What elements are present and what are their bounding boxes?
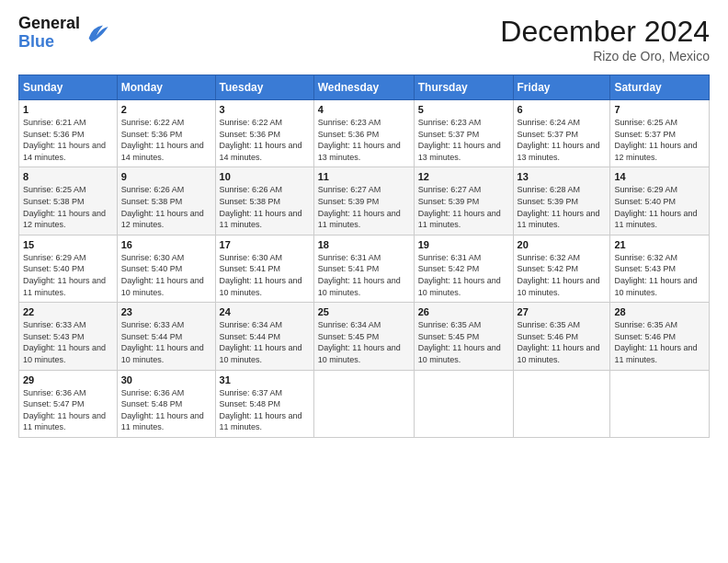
table-row: 11 Sunrise: 6:27 AM Sunset: 5:39 PM Dayl… [313,167,414,235]
sunrise-text: Sunrise: 6:26 AM [121,185,185,194]
day-info: Sunrise: 6:23 AM Sunset: 5:37 PM Dayligh… [418,117,509,163]
sunrise-text: Sunrise: 6:35 AM [418,320,482,329]
daylight-text: Daylight: 11 hours and 13 minutes. [518,141,600,162]
sunset-text: Sunset: 5:39 PM [418,197,480,206]
daylight-text: Daylight: 11 hours and 11 minutes. [220,209,302,230]
day-info: Sunrise: 6:29 AM Sunset: 5:40 PM Dayligh… [614,184,705,230]
daylight-text: Daylight: 11 hours and 14 minutes. [23,141,106,162]
logo-bird-icon [84,20,109,46]
daylight-text: Daylight: 11 hours and 11 minutes. [23,411,106,432]
day-info: Sunrise: 6:36 AM Sunset: 5:48 PM Dayligh… [121,387,211,433]
table-row: 31 Sunrise: 6:37 AM Sunset: 5:48 PM Dayl… [215,370,313,437]
sunrise-text: Sunrise: 6:30 AM [121,253,185,262]
table-row: 5 Sunrise: 6:23 AM Sunset: 5:37 PM Dayli… [414,100,513,167]
sunset-text: Sunset: 5:46 PM [518,332,579,341]
daylight-text: Daylight: 11 hours and 12 minutes. [614,141,697,162]
sunrise-text: Sunrise: 6:22 AM [220,118,283,127]
table-row: 17 Sunrise: 6:30 AM Sunset: 5:41 PM Dayl… [215,235,313,302]
day-number: 26 [418,306,509,317]
table-row: 20 Sunrise: 6:32 AM Sunset: 5:42 PM Dayl… [513,235,610,302]
table-row [414,370,513,437]
daylight-text: Daylight: 11 hours and 12 minutes. [121,209,204,230]
header-monday: Monday [117,75,215,100]
day-number: 29 [23,374,113,385]
calendar-header-row: Sunday Monday Tuesday Wednesday Thursday… [19,75,710,100]
sunset-text: Sunset: 5:39 PM [318,197,380,206]
daylight-text: Daylight: 11 hours and 10 minutes. [518,343,600,364]
sunrise-text: Sunrise: 6:27 AM [418,185,482,194]
logo-area: General Blue [18,15,109,52]
daylight-text: Daylight: 11 hours and 14 minutes. [220,141,302,162]
daylight-text: Daylight: 11 hours and 10 minutes. [518,276,600,297]
header: General Blue December 2024 Rizo de Oro, … [18,15,710,63]
table-row: 9 Sunrise: 6:26 AM Sunset: 5:38 PM Dayli… [117,167,215,235]
daylight-text: Daylight: 11 hours and 11 minutes. [220,411,302,432]
table-row: 8 Sunrise: 6:25 AM Sunset: 5:38 PM Dayli… [19,167,118,235]
day-info: Sunrise: 6:34 AM Sunset: 5:45 PM Dayligh… [318,319,410,365]
daylight-text: Daylight: 11 hours and 11 minutes. [318,209,401,230]
header-wednesday: Wednesday [313,75,414,100]
sunset-text: Sunset: 5:40 PM [614,197,676,206]
day-info: Sunrise: 6:37 AM Sunset: 5:48 PM Dayligh… [220,387,310,433]
sunrise-text: Sunrise: 6:24 AM [518,118,581,127]
day-number: 2 [121,104,211,115]
day-number: 18 [318,239,410,250]
sunrise-text: Sunrise: 6:23 AM [418,118,482,127]
sunrise-text: Sunrise: 6:25 AM [614,118,677,127]
daylight-text: Daylight: 11 hours and 11 minutes. [121,411,204,432]
sunset-text: Sunset: 5:48 PM [220,399,281,408]
daylight-text: Daylight: 11 hours and 10 minutes. [318,343,401,364]
table-row [513,370,610,437]
day-number: 28 [614,306,705,317]
title-area: December 2024 Rizo de Oro, Mexico [500,15,710,63]
day-info: Sunrise: 6:30 AM Sunset: 5:40 PM Dayligh… [121,252,211,298]
day-number: 16 [121,239,211,250]
sunrise-text: Sunrise: 6:31 AM [418,253,482,262]
table-row: 30 Sunrise: 6:36 AM Sunset: 5:48 PM Dayl… [117,370,215,437]
day-info: Sunrise: 6:23 AM Sunset: 5:36 PM Dayligh… [318,117,410,163]
header-tuesday: Tuesday [215,75,313,100]
logo-line2: Blue [18,33,80,52]
daylight-text: Daylight: 11 hours and 10 minutes. [418,276,501,297]
day-info: Sunrise: 6:25 AM Sunset: 5:38 PM Dayligh… [23,184,113,230]
sunrise-text: Sunrise: 6:23 AM [318,118,381,127]
header-friday: Friday [513,75,610,100]
day-info: Sunrise: 6:26 AM Sunset: 5:38 PM Dayligh… [220,184,310,230]
sunrise-text: Sunrise: 6:36 AM [23,388,86,397]
logo-line1: General [18,15,80,33]
day-number: 31 [220,374,310,385]
day-info: Sunrise: 6:29 AM Sunset: 5:40 PM Dayligh… [23,252,113,298]
daylight-text: Daylight: 11 hours and 10 minutes. [318,276,401,297]
sunrise-text: Sunrise: 6:33 AM [23,320,86,329]
sunrise-text: Sunrise: 6:33 AM [121,320,185,329]
table-row: 3 Sunrise: 6:22 AM Sunset: 5:36 PM Dayli… [215,100,313,167]
daylight-text: Daylight: 11 hours and 14 minutes. [121,141,204,162]
sunset-text: Sunset: 5:36 PM [220,130,281,139]
day-number: 20 [518,239,607,250]
day-info: Sunrise: 6:35 AM Sunset: 5:46 PM Dayligh… [518,319,607,365]
sunset-text: Sunset: 5:36 PM [121,130,183,139]
day-number: 17 [220,239,310,250]
header-thursday: Thursday [414,75,513,100]
table-row: 7 Sunrise: 6:25 AM Sunset: 5:37 PM Dayli… [610,100,710,167]
daylight-text: Daylight: 11 hours and 10 minutes. [418,343,501,364]
table-row: 10 Sunrise: 6:26 AM Sunset: 5:38 PM Dayl… [215,167,313,235]
sunrise-text: Sunrise: 6:25 AM [23,185,86,194]
table-row: 15 Sunrise: 6:29 AM Sunset: 5:40 PM Dayl… [19,235,118,302]
day-number: 8 [23,171,113,182]
sunrise-text: Sunrise: 6:34 AM [318,320,381,329]
sunrise-text: Sunrise: 6:21 AM [23,118,86,127]
day-number: 12 [418,171,509,182]
table-row: 19 Sunrise: 6:31 AM Sunset: 5:42 PM Dayl… [414,235,513,302]
calendar-week-row: 15 Sunrise: 6:29 AM Sunset: 5:40 PM Dayl… [19,235,710,302]
daylight-text: Daylight: 11 hours and 13 minutes. [418,141,501,162]
daylight-text: Daylight: 11 hours and 10 minutes. [614,276,697,297]
sunset-text: Sunset: 5:36 PM [318,130,380,139]
table-row [313,370,414,437]
day-number: 27 [518,306,607,317]
table-row: 4 Sunrise: 6:23 AM Sunset: 5:36 PM Dayli… [313,100,414,167]
day-number: 1 [23,104,113,115]
sunrise-text: Sunrise: 6:29 AM [23,253,86,262]
logo-text-block: General Blue [18,15,109,52]
table-row: 21 Sunrise: 6:32 AM Sunset: 5:43 PM Dayl… [610,235,710,302]
